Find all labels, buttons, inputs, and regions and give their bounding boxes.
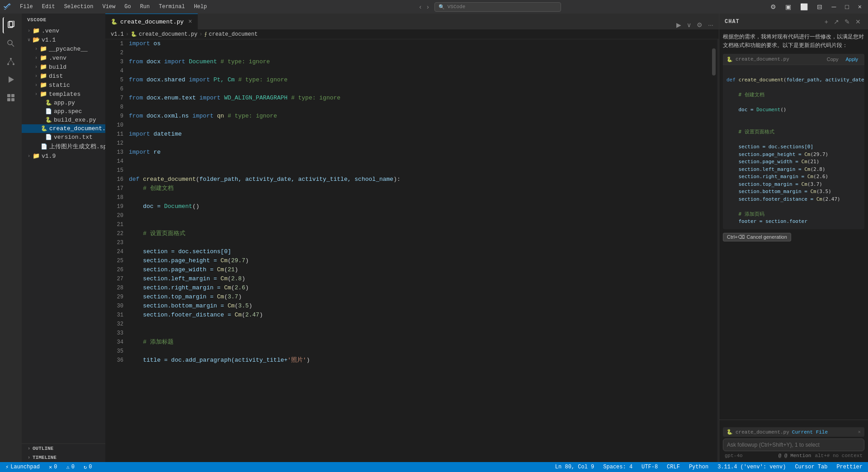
status-cursor[interactable]: Ln 80, Col 9: [553, 464, 596, 470]
code-line: import re: [129, 148, 711, 157]
status-python-version[interactable]: 3.11.4 ('venv': venv): [716, 464, 788, 470]
copy-code-button[interactable]: Copy: [824, 56, 841, 63]
chat-code-block: 🐍 create_document.py Copy Apply def crea…: [723, 54, 864, 229]
encoding-label: UTF-8: [642, 464, 658, 470]
activity-bar-debug[interactable]: [3, 71, 19, 88]
spacer: [38, 100, 45, 105]
scrollbar-area[interactable]: [711, 39, 717, 462]
sidebar-section-outline[interactable]: › OUTLINE: [22, 444, 105, 453]
chat-input-row: [723, 439, 864, 451]
arrow-icon: ›: [25, 154, 33, 159]
tree-label: v1.1: [42, 37, 56, 43]
sidebar-item-pycache[interactable]: › 📁 __pycache__: [22, 44, 105, 53]
chat-code-header: 🐍 create_document.py Copy Apply: [723, 54, 864, 65]
sidebar-item-templates[interactable]: › 📁 templates: [22, 90, 105, 99]
status-spaces[interactable]: Spaces: 4: [601, 464, 634, 470]
chat-followup-input[interactable]: [727, 442, 860, 448]
search-icon: 🔍: [439, 4, 445, 10]
sidebar-item-create-document[interactable]: 🐍 create_document.py: [22, 124, 105, 133]
svg-point-2: [8, 40, 12, 45]
status-language[interactable]: Python: [687, 464, 710, 470]
titlebar-menu[interactable]: File Edit Selection View Go Run Terminal…: [16, 3, 211, 11]
status-errors[interactable]: ✕ 0: [47, 464, 59, 471]
breadcrumb-filename[interactable]: create_document.py: [139, 31, 198, 38]
tab-create-document[interactable]: 🐍 create_document.py ×: [105, 14, 198, 29]
breadcrumb-version[interactable]: v1.1: [111, 31, 124, 38]
keyboard-shortcut: Ctrl+⌫: [727, 234, 745, 240]
code-content[interactable]: import os from docx import Document # ty…: [127, 39, 711, 462]
apply-code-button[interactable]: Apply: [843, 56, 861, 63]
menu-selection[interactable]: Selection: [61, 3, 97, 11]
code-line: [129, 139, 711, 148]
sidebar-item-app-spec[interactable]: 📄 app.spec: [22, 107, 105, 116]
close-button[interactable]: ×: [855, 2, 864, 11]
run-button[interactable]: ▶: [675, 20, 683, 29]
breadcrumb-function[interactable]: create_document: [209, 31, 258, 38]
mention-button[interactable]: @ @ Mention: [778, 453, 811, 458]
editor-area: 🐍 create_document.py × ▶ ∨ ⚙ ··· v1.1 › …: [105, 14, 719, 462]
status-cursor-tab[interactable]: Cursor Tab: [793, 464, 829, 470]
sidebar-item-upload-spec[interactable]: 📄 上传图片生成文档.spec: [22, 142, 105, 151]
menu-run[interactable]: Run: [137, 3, 154, 11]
activity-bar-explorer[interactable]: [3, 17, 19, 33]
remove-file-ref-button[interactable]: ×: [858, 430, 861, 435]
sidebar-section-timeline[interactable]: › TIMELINE: [22, 453, 105, 462]
cursor-tab-label: Cursor Tab: [795, 464, 827, 470]
tree-label: templates: [49, 91, 80, 98]
chat-edit-button[interactable]: ✎: [843, 17, 852, 26]
activity-bar-extensions[interactable]: [3, 90, 19, 106]
debug-run-button[interactable]: ⚙: [695, 20, 704, 29]
sidebar-item-v11[interactable]: ∨ 📂 v1.1: [22, 35, 105, 44]
prettier-label: Prettier: [836, 464, 863, 470]
status-eol[interactable]: CRLF: [665, 464, 682, 470]
search-box[interactable]: 🔍 VSCode: [434, 2, 561, 12]
nav-back-button[interactable]: ‹: [417, 2, 423, 11]
arrow-icon: ›: [25, 28, 33, 33]
sidebar-item-version[interactable]: 📄 version.txt: [22, 133, 105, 142]
arrow-icon: ›: [33, 92, 40, 97]
status-prettier[interactable]: Prettier: [835, 464, 864, 470]
menu-go[interactable]: Go: [121, 3, 134, 11]
sidebar-item-build[interactable]: › 📁 build: [22, 62, 105, 71]
sidebar-item-venv[interactable]: › 📁 .venv: [22, 53, 105, 62]
code-line: section.page_height = Cm(29.7): [129, 256, 711, 265]
run-dropdown[interactable]: ∨: [685, 20, 693, 29]
layout-icon[interactable]: ▣: [783, 2, 794, 11]
split-icon[interactable]: ⬜: [797, 2, 811, 11]
chat-new-button[interactable]: +: [823, 17, 830, 26]
cancel-generation-button[interactable]: Ctrl+⌫ Cancel generation: [723, 233, 791, 241]
sidebar-item-build-exe[interactable]: 🐍 build_exe.py: [22, 116, 105, 124]
sidebar-item-venv-root[interactable]: › 📁 .venv: [22, 26, 105, 35]
activity-bar-scm[interactable]: [3, 53, 19, 70]
sidebar-item-v19[interactable]: › 📁 v1.9: [22, 151, 105, 160]
tree-label: build: [49, 64, 66, 71]
minimize-button[interactable]: ─: [829, 2, 839, 11]
sidebar-item-app-py[interactable]: 🐍 app.py: [22, 99, 105, 107]
menu-view[interactable]: View: [99, 3, 119, 11]
menu-edit[interactable]: Edit: [38, 3, 59, 11]
chat-close-button[interactable]: ✕: [854, 17, 863, 26]
activity-bar-search[interactable]: [3, 35, 19, 52]
svg-rect-12: [7, 98, 10, 101]
nav-forward-button[interactable]: ›: [425, 2, 431, 11]
scroll-thumb[interactable]: [712, 48, 716, 76]
menu-help[interactable]: Help: [190, 3, 211, 11]
breadcrumb-fn-icon: ⨍: [204, 31, 207, 37]
settings-icon[interactable]: ⚙: [768, 2, 779, 11]
menu-terminal[interactable]: Terminal: [155, 3, 189, 11]
arrow-icon: ›: [33, 56, 40, 61]
sidebar-item-dist[interactable]: › 📁 dist: [22, 71, 105, 80]
maximize-button[interactable]: □: [842, 2, 851, 11]
mention-label: @ Mention: [784, 453, 811, 458]
status-encoding[interactable]: UTF-8: [640, 464, 660, 470]
menu-file[interactable]: File: [16, 3, 37, 11]
more-options-button[interactable]: ···: [706, 20, 715, 29]
status-warnings[interactable]: ⚠ 0: [64, 464, 76, 471]
chat-history-button[interactable]: ↗: [832, 17, 841, 26]
sync-icon: ↻: [84, 464, 87, 471]
panel-icon[interactable]: ⊟: [814, 2, 825, 11]
sidebar-item-static[interactable]: › 📁 static: [22, 80, 105, 90]
status-sync[interactable]: ↻ 0: [82, 464, 94, 471]
tab-close-button[interactable]: ×: [188, 18, 192, 25]
status-launchpad[interactable]: ⚡ Launchpad: [4, 464, 42, 471]
